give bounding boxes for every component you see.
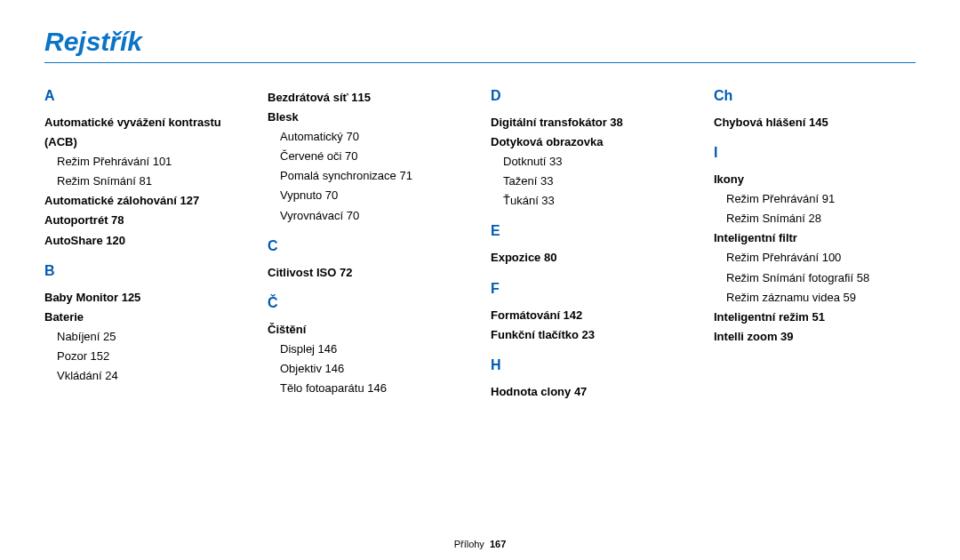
index-subentry: Režim Snímání 81: [57, 172, 246, 191]
index-subentry: Režim záznamu videa 59: [726, 288, 916, 308]
index-letter: D: [491, 88, 692, 104]
index-entry: Baterie: [44, 308, 246, 327]
index-entry: Inteligentní režim 51: [714, 308, 916, 327]
index-column: Bezdrátová síť 115BleskAutomatický 70Čer…: [268, 88, 469, 402]
index-entry: Blesk: [268, 108, 469, 127]
page-footer: Přílohy 167: [0, 539, 960, 549]
index-letter: I: [714, 145, 916, 161]
index-subentry: Ťukání 33: [503, 191, 692, 211]
index-entry: Ikony: [714, 170, 916, 189]
index-entry: Digitální transfokátor 38: [491, 113, 692, 132]
index-subentry: Červené oči 70: [280, 147, 469, 166]
index-entry: Autoportrét 78: [44, 211, 246, 230]
index-subentry: Režim Snímání fotografií 58: [726, 268, 916, 288]
index-subentry: Režim Snímání 28: [726, 209, 916, 228]
index-entry: Baby Monitor 125: [44, 288, 246, 308]
footer-section: Přílohy: [454, 539, 484, 549]
index-columns: AAutomatické vyvážení kontrastu (ACB)Rež…: [44, 88, 916, 402]
index-subentry: Pomalá synchronizace 71: [280, 166, 469, 186]
index-subentry: Režim Přehrávání 91: [726, 189, 916, 209]
index-letter: B: [44, 263, 246, 279]
index-entry: Funkční tlačítko 23: [491, 325, 692, 345]
index-letter: H: [491, 357, 692, 373]
index-entry: Hodnota clony 47: [491, 382, 692, 402]
index-entry: Chybová hlášení 145: [714, 113, 916, 132]
index-subentry: Vypnuto 70: [280, 186, 469, 205]
index-entry: Citlivost ISO 72: [268, 263, 469, 283]
index-subentry: Nabíjení 25: [57, 327, 246, 347]
footer-page: 167: [490, 539, 506, 549]
index-column: ChChybová hlášení 145IIkonyRežim Přehráv…: [714, 88, 916, 402]
index-subentry: Displej 146: [280, 340, 469, 359]
index-entry: Automatické vyvážení kontrastu (ACB): [44, 113, 246, 152]
index-letter: E: [491, 223, 692, 239]
index-entry: Bezdrátová síť 115: [268, 88, 469, 108]
index-subentry: Vyrovnávací 70: [280, 206, 469, 226]
index-subentry: Tažení 33: [503, 172, 692, 191]
index-subentry: Objektiv 146: [280, 359, 469, 379]
page-title: Rejstřík: [44, 27, 916, 63]
index-column: DDigitální transfokátor 38Dotyková obraz…: [491, 88, 692, 402]
index-subentry: Automatický 70: [280, 127, 469, 147]
index-entry: Čištění: [268, 320, 469, 340]
index-subentry: Vkládání 24: [57, 366, 246, 386]
index-entry: Automatické zálohování 127: [44, 191, 246, 211]
index-subentry: Režim Přehrávání 100: [726, 248, 916, 268]
index-column: AAutomatické vyvážení kontrastu (ACB)Rež…: [44, 88, 246, 402]
index-entry: AutoShare 120: [44, 231, 246, 251]
index-entry: Expozice 80: [491, 248, 692, 268]
index-letter: C: [268, 238, 469, 254]
index-subentry: Dotknutí 33: [503, 152, 692, 172]
index-entry: Intelli zoom 39: [714, 327, 916, 347]
index-entry: Formátování 142: [491, 306, 692, 325]
index-entry: Dotyková obrazovka: [491, 132, 692, 152]
index-letter: Ch: [714, 88, 916, 104]
index-subentry: Tělo fotoaparátu 146: [280, 379, 469, 398]
index-subentry: Režim Přehrávání 101: [57, 152, 246, 172]
index-letter: F: [491, 281, 692, 297]
index-letter: A: [44, 88, 246, 104]
index-subentry: Pozor 152: [57, 347, 246, 366]
index-entry: Inteligentní filtr: [714, 228, 916, 248]
index-letter: Č: [268, 295, 469, 311]
